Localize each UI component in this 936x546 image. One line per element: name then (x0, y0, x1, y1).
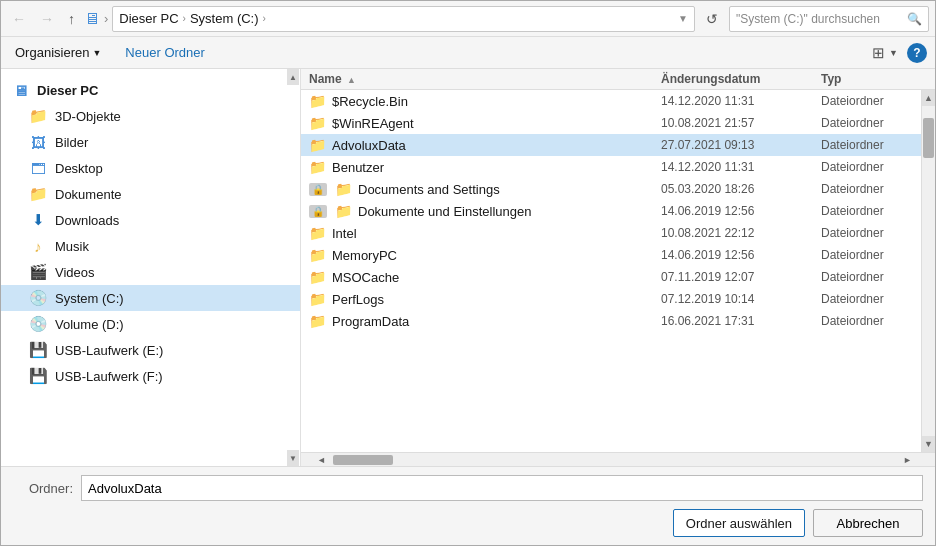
file-type: Dateiordner (821, 292, 921, 306)
sidebar-item-volume-d[interactable]: 💿 Volume (D:) (1, 311, 300, 337)
file-row[interactable]: 📁 ProgramData 16.06.2021 17:31 Dateiordn… (301, 310, 921, 332)
file-row[interactable]: 📁 PerfLogs 07.12.2019 10:14 Dateiordner (301, 288, 921, 310)
sidebar-item-system-c[interactable]: 💿 System (C:) (1, 285, 300, 311)
cancel-button[interactable]: Abbrechen (813, 509, 923, 537)
search-bar[interactable]: "System (C:)" durchsuchen 🔍 (729, 6, 929, 32)
file-name: MSOCache (332, 270, 399, 285)
sidebar-label-bilder: Bilder (55, 135, 88, 150)
path-system-c: System (C:) (190, 11, 259, 26)
sidebar-label-system-c: System (C:) (55, 291, 124, 306)
file-list-header: Name ▲ Änderungsdatum Typ (301, 69, 935, 90)
sidebar-label-3d-objekte: 3D-Objekte (55, 109, 121, 124)
column-header-type[interactable]: Typ (821, 72, 921, 86)
column-header-date[interactable]: Änderungsdatum (661, 72, 821, 86)
refresh-button[interactable]: ↺ (699, 7, 725, 31)
sidebar-item-usb-f[interactable]: 💾 USB-Laufwerk (F:) (1, 363, 300, 389)
sidebar-item-dieser-pc[interactable]: 🖥 Dieser PC (1, 77, 300, 103)
file-date: 14.06.2019 12:56 (661, 248, 821, 262)
file-row[interactable]: 🔒 📁 Dokumente und Einstellungen 14.06.20… (301, 200, 921, 222)
sidebar-label-videos: Videos (55, 265, 95, 280)
new-folder-button[interactable]: Neuer Ordner (119, 43, 210, 62)
view-button[interactable]: ⊞ ▼ (866, 42, 904, 64)
file-type: Dateiordner (821, 160, 921, 174)
folder-icon: 📁 (309, 115, 326, 131)
sidebar-item-desktop[interactable]: 🗔 Desktop (1, 155, 300, 181)
folder-3d-icon: 📁 (29, 107, 47, 125)
file-row[interactable]: 📁 Intel 10.08.2021 22:12 Dateiordner (301, 222, 921, 244)
help-button[interactable]: ? (907, 43, 927, 63)
up-button[interactable]: ↑ (63, 9, 80, 29)
sidebar-item-videos[interactable]: 🎬 Videos (1, 259, 300, 285)
file-name: $WinREAgent (332, 116, 414, 131)
sidebar-scroll-down[interactable]: ▼ (287, 450, 299, 466)
restricted-icon: 🔒 (309, 205, 327, 218)
folder-videos-icon: 🎬 (29, 263, 47, 281)
forward-button[interactable]: → (35, 9, 59, 29)
folder-desktop-icon: 🗔 (29, 159, 47, 177)
organize-label: Organisieren (15, 45, 89, 60)
folder-icon: 📁 (309, 93, 326, 109)
drive-system-icon: 💿 (29, 289, 47, 307)
sidebar-item-dokumente[interactable]: 📁 Dokumente (1, 181, 300, 207)
file-row[interactable]: 📁 MemoryPC 14.06.2019 12:56 Dateiordner (301, 244, 921, 266)
file-name: MemoryPC (332, 248, 397, 263)
file-row[interactable]: 📁 Benutzer 14.12.2020 11:31 Dateiordner (301, 156, 921, 178)
file-name: AdvoluxData (332, 138, 406, 153)
content-area: ▲ 🖥 Dieser PC 📁 3D-Objekte 🖼 Bilder (1, 69, 935, 466)
sidebar-item-bilder[interactable]: 🖼 Bilder (1, 129, 300, 155)
scroll-down-arrow[interactable]: ▼ (922, 436, 936, 452)
h-scroll-left-arrow[interactable]: ◄ (317, 455, 333, 465)
file-date: 16.06.2021 17:31 (661, 314, 821, 328)
path-dieser-pc: Dieser PC (119, 11, 178, 26)
scroll-up-arrow[interactable]: ▲ (922, 90, 936, 106)
file-list-area: Name ▲ Änderungsdatum Typ 📁 $Recycle.Bin… (301, 69, 935, 466)
folder-bilder-icon: 🖼 (29, 133, 47, 151)
file-date: 07.12.2019 10:14 (661, 292, 821, 306)
file-row[interactable]: 📁 $WinREAgent 10.08.2021 21:57 Dateiordn… (301, 112, 921, 134)
file-name: Benutzer (332, 160, 384, 175)
sidebar-label-musik: Musik (55, 239, 89, 254)
sidebar-item-downloads[interactable]: ⬇ Downloads (1, 207, 300, 233)
file-date: 14.06.2019 12:56 (661, 204, 821, 218)
folder-icon: 📁 (309, 269, 326, 285)
file-type: Dateiordner (821, 204, 921, 218)
sidebar-item-musik[interactable]: ♪ Musik (1, 233, 300, 259)
file-row[interactable]: 🔒 📁 Documents and Settings 05.03.2020 18… (301, 178, 921, 200)
sidebar-scroll-up[interactable]: ▲ (287, 69, 299, 85)
restricted-icon: 🔒 (309, 183, 327, 196)
sidebar-item-usb-e[interactable]: 💾 USB-Laufwerk (E:) (1, 337, 300, 363)
sidebar-label-dokumente: Dokumente (55, 187, 121, 202)
folder-label: Ordner: (13, 481, 73, 496)
file-row-selected[interactable]: 📁 AdvoluxData 27.07.2021 09:13 Dateiordn… (301, 134, 921, 156)
folder-icon: 📁 (309, 137, 326, 153)
file-name: PerfLogs (332, 292, 384, 307)
folder-icon: 📁 (309, 159, 326, 175)
horizontal-scrollbar[interactable]: ◄ ► (301, 452, 935, 466)
scroll-thumb[interactable] (923, 118, 934, 158)
sidebar-label-downloads: Downloads (55, 213, 119, 228)
file-row[interactable]: 📁 MSOCache 07.11.2019 12:07 Dateiordner (301, 266, 921, 288)
file-row[interactable]: 📁 $Recycle.Bin 14.12.2020 11:31 Dateiord… (301, 90, 921, 112)
file-date: 07.11.2019 12:07 (661, 270, 821, 284)
file-name: ProgramData (332, 314, 409, 329)
file-date: 14.12.2020 11:31 (661, 160, 821, 174)
select-folder-button[interactable]: Ordner auswählen (673, 509, 805, 537)
column-header-name[interactable]: Name ▲ (301, 72, 661, 86)
drive-usb-e-icon: 💾 (29, 341, 47, 359)
organize-button[interactable]: Organisieren ▼ (9, 43, 107, 62)
search-placeholder: "System (C:)" durchsuchen (736, 12, 903, 26)
sidebar-item-3d-objekte[interactable]: 📁 3D-Objekte (1, 103, 300, 129)
view-controls: ⊞ ▼ ? (866, 42, 927, 64)
address-bar[interactable]: Dieser PC › System (C:) › ▼ (112, 6, 695, 32)
vertical-scrollbar[interactable]: ▲ ▼ (921, 90, 935, 452)
folder-input[interactable] (81, 475, 923, 501)
h-scroll-right-arrow[interactable]: ► (903, 455, 919, 465)
folder-icon: 📁 (335, 181, 352, 197)
back-button[interactable]: ← (7, 9, 31, 29)
button-row: Ordner auswählen Abbrechen (13, 509, 923, 537)
folder-icon: 📁 (309, 247, 326, 263)
h-scroll-thumb[interactable] (333, 455, 393, 465)
file-type: Dateiordner (821, 314, 921, 328)
toolbar: ← → ↑ 🖥 › Dieser PC › System (C:) › ▼ ↺ … (1, 1, 935, 37)
file-list-scroll: 📁 $Recycle.Bin 14.12.2020 11:31 Dateiord… (301, 90, 921, 452)
